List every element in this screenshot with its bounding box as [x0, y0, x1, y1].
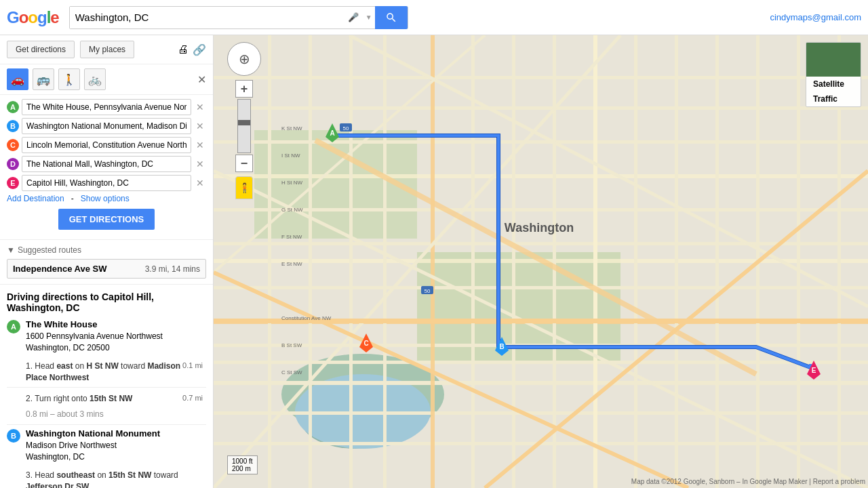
scale-ft: 1000 ft	[232, 458, 253, 465]
satellite-overlay: Satellite Traffic	[806, 42, 861, 107]
dest-clear-d[interactable]: ✕	[194, 159, 206, 169]
satellite-option[interactable]: Satellite	[806, 77, 861, 92]
waypoint-a-name: The White House	[26, 319, 163, 331]
svg-rect-30	[675, 35, 678, 488]
step-1-dist: 0.1 mi	[182, 361, 206, 371]
waypoint-a-info: The White House 1600 Pennsylvania Avenue…	[26, 319, 163, 354]
svg-text:E St NW: E St NW	[281, 261, 302, 267]
svg-rect-29	[634, 35, 637, 488]
show-options-link[interactable]: Show options	[81, 194, 130, 203]
dest-input-d[interactable]	[22, 156, 191, 172]
svg-text:B: B	[499, 343, 504, 350]
svg-text:50: 50	[425, 288, 431, 294]
map-copyright: Map data ©2012 Google, Sanborn – In Goog…	[631, 478, 865, 485]
directions-title: Driving directions to Capitol Hill, Wash…	[7, 291, 206, 313]
transport-bike[interactable]: 🚲	[84, 68, 106, 90]
svg-text:K St NW: K St NW	[281, 125, 302, 131]
svg-text:G St NW: G St NW	[281, 207, 303, 213]
link-icon[interactable]: 🔗	[193, 43, 206, 56]
step-2-bold1: 15th St NW	[90, 394, 132, 403]
scale-m: 200 m	[232, 465, 253, 472]
step-1: 0.1 mi 1. Head east on H St NW toward Ma…	[7, 358, 206, 385]
step-1-bold1: east	[56, 361, 73, 371]
step-3-num: 3.	[26, 470, 35, 480]
step-3-bold2: 15th St NW	[108, 470, 151, 480]
waypoint-a-city: Washington, DC 20500	[26, 342, 163, 354]
dest-label-d: D	[7, 158, 19, 170]
step-2-sub: 0.8 mi – about 3 mins	[7, 406, 206, 422]
map-svg: Washington A B C E K St NW I St N	[214, 35, 868, 488]
svg-text:50: 50	[343, 125, 349, 131]
dest-clear-a[interactable]: ✕	[194, 102, 206, 113]
svg-rect-33	[797, 35, 800, 488]
svg-text:B St SW: B St SW	[281, 342, 302, 348]
mic-icon[interactable]: 🎤	[344, 12, 363, 22]
svg-text:I St NW: I St NW	[281, 152, 300, 159]
traffic-option[interactable]: Traffic	[806, 92, 861, 106]
dest-input-e[interactable]	[22, 175, 191, 191]
header: Google 🎤 ▼ cindymaps@gmail.com	[0, 0, 868, 35]
svg-rect-28	[593, 35, 597, 488]
close-panel-icon[interactable]: ✕	[197, 73, 206, 86]
route-option[interactable]: Independence Ave SW 3.9 mi, 14 mins	[7, 259, 206, 279]
dest-label-e: E	[7, 177, 19, 189]
top-controls: Get directions My places 🖨 🔗	[0, 35, 213, 64]
map-container[interactable]: Washington A B C E K St NW I St N	[214, 35, 868, 488]
dest-clear-e[interactable]: ✕	[194, 178, 206, 188]
dest-separator: -	[71, 194, 74, 203]
svg-text:F St NW: F St NW	[281, 234, 302, 240]
svg-text:H St NW: H St NW	[281, 180, 303, 186]
search-input[interactable]	[70, 7, 344, 28]
transport-walk[interactable]: 🚶	[58, 68, 80, 90]
step-2: 0.7 mi 2. Turn right onto 15th St NW	[7, 390, 206, 406]
add-destination-row: Add Destination - Show options	[7, 194, 206, 203]
step-3: 3. Head southeast on 15th St NW toward J…	[7, 467, 206, 488]
search-button[interactable]	[375, 6, 408, 29]
destination-row-a: A ✕	[7, 99, 206, 115]
zoom-in-button[interactable]: +	[235, 80, 253, 98]
dropdown-arrow-icon[interactable]: ▼	[363, 14, 375, 21]
dest-input-a[interactable]	[22, 99, 191, 115]
zoom-slider[interactable]	[237, 99, 251, 153]
collapse-icon[interactable]: ▼	[7, 245, 15, 255]
destination-row-e: E ✕	[7, 175, 206, 191]
svg-rect-23	[383, 35, 387, 488]
step-2-dist: 0.7 mi	[182, 393, 206, 403]
dest-clear-b[interactable]: ✕	[194, 121, 206, 131]
transport-transit[interactable]: 🚌	[33, 68, 54, 90]
dest-input-b[interactable]	[22, 118, 191, 134]
user-account[interactable]: cindymaps@gmail.com	[770, 12, 861, 22]
destination-row-c: C ✕	[7, 137, 206, 153]
transport-car[interactable]: 🚗	[7, 68, 28, 90]
dest-input-c[interactable]	[22, 137, 191, 153]
route-name: Independence Ave SW	[13, 264, 106, 274]
destination-row-b: B ✕	[7, 118, 206, 134]
scale-bar: 1000 ft 200 m	[227, 455, 258, 474]
svg-text:Constitution Ave NW: Constitution Ave NW	[281, 315, 332, 321]
svg-rect-24	[431, 35, 435, 488]
step-3-bold1: southeast	[56, 470, 95, 480]
add-destination-link[interactable]: Add Destination	[7, 194, 64, 203]
zoom-slider-thumb	[238, 120, 250, 125]
get-directions-submit[interactable]: GET DIRECTIONS	[58, 209, 155, 230]
compass-rose[interactable]: ⊕	[227, 42, 261, 76]
logo: Google	[7, 8, 59, 27]
logo-o2: o	[28, 8, 37, 26]
zoom-out-button[interactable]: −	[235, 155, 253, 172]
print-icon[interactable]: 🖨	[178, 43, 189, 56]
svg-rect-25	[471, 35, 475, 488]
dest-clear-c[interactable]: ✕	[194, 140, 206, 150]
logo-g2: g	[37, 8, 47, 26]
map-controls: ⊕ + − 🧍	[227, 42, 261, 199]
svg-text:E: E	[812, 367, 816, 374]
street-view-pegman[interactable]: 🧍	[235, 176, 253, 199]
logo-e: e	[50, 8, 58, 26]
svg-rect-22	[349, 35, 353, 488]
svg-rect-27	[553, 35, 556, 488]
destinations: A ✕ B ✕ C ✕ D ✕ E ✕ Add Destination - Sh…	[0, 95, 213, 240]
waypoint-label-b: B	[7, 429, 20, 443]
satellite-thumbnail[interactable]	[806, 43, 861, 77]
my-places-button[interactable]: My places	[80, 41, 134, 58]
get-directions-button[interactable]: Get directions	[7, 41, 75, 58]
svg-text:Washington: Washington	[505, 221, 574, 235]
